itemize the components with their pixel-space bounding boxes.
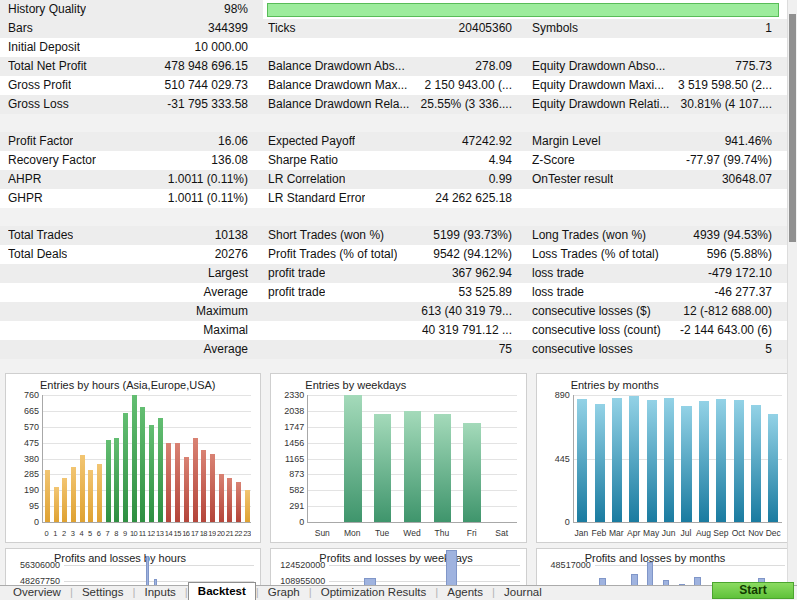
stat-row: GHPR1.0011 (0.11%)LR Standard Error24 26… [0,189,797,208]
tab-inputs[interactable]: Inputs [136,585,185,600]
bar-slot [626,395,643,522]
x-tick-label: Sep [712,528,729,538]
bar-slot [130,395,139,522]
bar [62,478,67,522]
bar [364,578,375,585]
stat-cell: 40 319 791.12 ... [263,321,527,340]
stat-value: 12 (-812 688.00) [651,302,772,321]
stat-cell: consecutive losses ($)12 (-812 688.00) [527,302,797,321]
x-tick-label: 9 [120,529,129,538]
x-tick-label: 6 [94,529,103,538]
stat-cell: Bars344399 [0,19,263,38]
bar-slot [695,395,712,522]
y-tick-label: 380 [7,454,39,464]
y-tick-label: 95 [7,501,39,511]
stat-row: Gross Profit510 744 029.73Balance Drawdo… [0,76,797,95]
stat-value: 47242.92 [355,132,512,151]
bar-slot [112,565,120,585]
bar-slot [457,395,487,522]
vertical-scrollbar[interactable] [787,0,797,585]
bar [166,443,171,522]
tab-optimization-results[interactable]: Optimization Results [312,585,435,600]
stat-cell: consecutive loss (count)-2 144 643.00 (6… [527,321,797,340]
stat-row: Total Deals20276Profit Trades (% of tota… [0,245,797,264]
bar-slot [626,565,642,585]
y-tick-label: 291 [272,501,304,511]
tab-agents[interactable]: Agents [438,585,492,600]
x-tick-label: 5 [86,529,95,538]
bar [201,450,206,522]
tab-journal[interactable]: Journal [495,585,551,600]
bar-slot [156,395,165,522]
y-tick-label: 285 [7,469,39,479]
stat-cell: Profit Trades (% of total)9542 (94.12%) [263,245,527,264]
bar [647,562,654,585]
y-tick-label: 1165 [272,454,304,464]
start-button[interactable]: Start [712,582,794,599]
stat-cell: Total Trades10138 [0,226,263,245]
tab-backtest[interactable]: Backtest [188,582,256,600]
stat-value: Largest [8,264,248,283]
bar-slot [173,395,182,522]
stat-value: 4939 (94.53%) [646,226,772,245]
bar [158,418,163,522]
bar [184,457,189,522]
stat-cell: Loss Trades (% of total)596 (5.88%) [527,245,797,264]
bar [210,454,215,523]
x-tick-label: Aug [695,528,712,538]
stat-cell: GHPR1.0011 (0.11%) [0,189,263,208]
stat-label: Expected Payoff [268,132,355,151]
stat-cell: Equity Drawdown Abso...775.73 [527,57,797,76]
stat-label: Bars [8,19,33,38]
x-tick-label: Oct [730,528,747,538]
bar-slot [151,565,159,585]
y-tick-label: 190 [7,485,39,495]
tab-overview[interactable]: Overview [4,585,70,600]
bar [45,470,50,522]
y-tick-label: 475 [7,438,39,448]
bar-slot [658,565,674,585]
stat-label: Initial Deposit [8,38,80,57]
bar [149,425,154,522]
x-tick-label: 13 [155,529,164,538]
bar-slot [43,395,52,522]
stat-cell: Average [0,283,263,302]
stat-row: Bars344399Ticks20405360Symbols1 [0,19,797,38]
y-tick-label: 56306000 [8,560,60,570]
stat-label: profit trade [268,264,325,283]
bar-slot [135,565,143,585]
y-tick-label: 1747 [272,422,304,432]
x-tick-label: Jul [677,528,694,538]
stat-row: Averageprofit trade53 525.89loss trade-4… [0,283,797,302]
x-tick-label: 3 [68,529,77,538]
tab-settings[interactable]: Settings [73,585,133,600]
stat-cell: loss trade-479 172.10 [527,264,797,283]
bar-slot [642,565,658,585]
y-tick-label: 48267750 [8,576,60,585]
bar-slot [96,565,104,585]
stat-label: Short Trades (won %) [268,226,384,245]
bar [699,401,709,522]
stat-label: Equity Drawdown Maxi... [532,76,664,95]
bar-slot [398,395,428,522]
stat-label: History Quality [8,0,86,19]
x-tick-label: Mar [608,528,625,538]
stat-value: 16.06 [73,132,248,151]
bar [80,455,85,522]
y-tick-label: 108955000 [273,576,325,585]
bar-slot [595,565,611,585]
bar [404,411,421,522]
scrollbar-thumb[interactable] [789,14,796,242]
stat-cell: 75 [263,340,527,359]
stat-value: 344399 [33,19,248,38]
tab-graph[interactable]: Graph [259,585,309,600]
stat-value: 20276 [67,245,248,264]
stat-label: Profit Factor [8,132,73,151]
bar-slot [234,395,243,522]
x-tick-label: 11 [138,529,147,538]
stat-row: AHPR1.0011 (0.11%)LR Correlation0.99OnTe… [0,170,797,189]
stat-cell: Margin Level941.46% [527,132,797,151]
stat-label: Z-Score [532,151,575,170]
x-tick-label: Fri [457,528,487,538]
progress-bar [267,3,779,17]
